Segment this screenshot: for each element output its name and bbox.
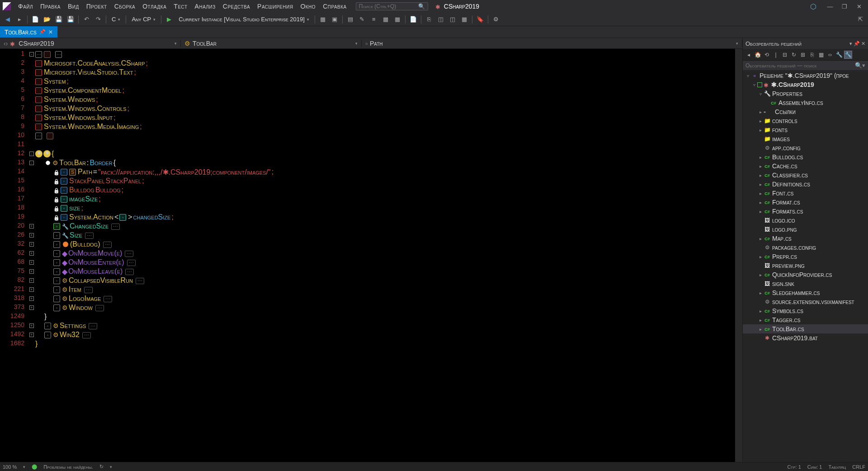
tree-arrow-icon[interactable]: ▸ xyxy=(757,309,764,314)
status-crlf[interactable]: CRLF xyxy=(852,464,865,470)
menu-Проект[interactable]: Проект xyxy=(83,1,111,11)
tree-arrow-icon[interactable]: ▸ xyxy=(757,128,764,133)
tree-item[interactable]: logo.png xyxy=(743,225,868,234)
panel-close-icon[interactable]: ✕ xyxy=(861,41,865,47)
fold-toggle[interactable]: + xyxy=(29,224,34,228)
error-indicator[interactable]: ⬤ xyxy=(32,464,37,470)
tree-item[interactable]: ▸ToolBar.cs xyxy=(743,324,868,333)
tb-icon-12[interactable]: ▦ xyxy=(459,14,469,24)
sp-show-icon[interactable]: ⊞ xyxy=(799,51,807,59)
menu-Анализ[interactable]: Анализ xyxy=(191,1,219,11)
fold-toggle[interactable]: + xyxy=(29,296,34,301)
tree-item[interactable]: preview.png xyxy=(743,261,868,270)
tree-arrow-icon[interactable]: ▸ xyxy=(757,182,764,187)
tree-item[interactable]: ▸Tagger.cs xyxy=(743,315,868,324)
tree-arrow-icon[interactable]: ▸ xyxy=(757,209,764,214)
tb-icon-2[interactable]: ▣ xyxy=(330,14,340,24)
search-input[interactable] xyxy=(359,3,418,10)
tree-item[interactable]: ▸Prepr.cs xyxy=(743,252,868,261)
open-button[interactable]: 📂 xyxy=(42,14,52,24)
fold-toggle[interactable]: - xyxy=(29,161,34,165)
solution-search-input[interactable] xyxy=(745,62,855,69)
tree-item[interactable]: ▸▪▪Ссылки xyxy=(743,107,868,116)
tb-icon-11[interactable]: ◫ xyxy=(448,14,458,24)
fold-toggle[interactable]: + xyxy=(29,251,34,256)
tree-item[interactable]: sign.snk xyxy=(743,279,868,288)
tree-item[interactable]: ▸Bulldog.cs xyxy=(743,152,868,162)
menu-Правка[interactable]: Правка xyxy=(37,1,64,11)
config-dropdown[interactable]: C xyxy=(109,15,123,24)
back-button[interactable]: ◀ xyxy=(3,14,13,24)
panel-pin-icon[interactable]: 📌 xyxy=(854,41,860,47)
tree-item[interactable]: ▸Symbols.cs xyxy=(743,306,868,315)
tree-arrow-icon[interactable]: ▸ xyxy=(757,200,764,205)
menu-Окно[interactable]: Окно xyxy=(297,1,319,11)
minimize-button[interactable]: — xyxy=(824,1,836,11)
maximize-button[interactable]: ❐ xyxy=(838,1,851,11)
tree-item[interactable]: images xyxy=(743,134,868,143)
status-col[interactable]: Сим: 1 xyxy=(807,464,822,470)
menu-Файл[interactable]: Файл xyxy=(14,1,37,11)
tree-arrow-icon[interactable]: ▸ xyxy=(757,164,764,169)
fold-toggle[interactable]: + xyxy=(29,278,34,283)
file-tab-toolbar[interactable]: ToolBar.cs 📌 ✕ xyxy=(0,26,57,38)
feedback-icon[interactable] xyxy=(810,2,818,10)
fold-toggle[interactable]: + xyxy=(29,260,34,265)
menu-Расширения[interactable]: Расширения xyxy=(254,1,297,11)
breadcrumb-member[interactable]: ▫ Path xyxy=(362,40,742,47)
tree-arrow-icon[interactable]: ▿ xyxy=(757,91,764,96)
fold-toggle[interactable]: - xyxy=(29,52,34,57)
tree-item[interactable]: ▸Formats.cs xyxy=(743,207,868,216)
tree-item[interactable]: ▿Решение "✱.CSharp2019" (прое xyxy=(743,71,868,80)
menu-Тест[interactable]: Тест xyxy=(170,1,191,11)
run-target-dropdown[interactable]: Current Instance [Visual Studio Enterpri… xyxy=(176,15,312,24)
tree-item[interactable]: ▸Font.cs xyxy=(743,189,868,198)
tb-icon-7[interactable]: ▦ xyxy=(392,14,402,24)
zoom-dropdown-icon[interactable]: ▾ xyxy=(23,465,25,469)
fold-toggle[interactable]: + xyxy=(29,233,34,238)
tree-arrow-icon[interactable]: ▸ xyxy=(757,254,764,259)
tb-icon-9[interactable]: ⎘ xyxy=(424,14,434,24)
fold-toggle[interactable]: + xyxy=(29,333,34,337)
tree-arrow-icon[interactable]: ▸ xyxy=(757,327,764,332)
tree-item[interactable]: app.config xyxy=(743,143,868,152)
tree-arrow-icon[interactable]: ▸ xyxy=(757,109,764,114)
fold-toggle[interactable]: + xyxy=(29,242,34,247)
tree-item[interactable]: CSharp2019.bat xyxy=(743,333,868,343)
sp-wrench2-icon[interactable]: 🔧 xyxy=(844,51,852,59)
tree-arrow-icon[interactable]: ▸ xyxy=(757,236,764,241)
tb-icon-13[interactable]: ⚙ xyxy=(491,14,501,24)
tree-arrow-icon[interactable]: ▸ xyxy=(757,290,764,295)
fold-toggle[interactable]: + xyxy=(29,269,34,274)
code-editor[interactable]: 1234567891011121314151617181920263262687… xyxy=(0,49,742,462)
tree-arrow-icon[interactable]: ▿ xyxy=(745,73,751,78)
run-button[interactable]: ▶ xyxy=(164,14,174,24)
tree-project[interactable]: ▿✱.CSharp2019 xyxy=(743,80,868,89)
close-button[interactable]: ✕ xyxy=(853,1,865,11)
tree-item[interactable]: AssemblyInfo.cs xyxy=(743,98,868,107)
tree-item[interactable]: ▸Format.cs xyxy=(743,198,868,207)
status-dropdown[interactable]: ▾ xyxy=(110,465,112,469)
tree-item[interactable]: packages.config xyxy=(743,243,868,252)
tb-icon-10[interactable]: ◫ xyxy=(436,14,446,24)
tree-arrow-icon[interactable]: ▸ xyxy=(757,155,764,160)
sp-wrench-icon[interactable]: 🔧 xyxy=(835,51,843,59)
tree-arrow-icon[interactable]: ▸ xyxy=(757,191,764,196)
tree-item[interactable]: ▸Map.cs xyxy=(743,234,868,243)
tree-arrow-icon[interactable]: ▸ xyxy=(757,173,764,178)
panel-dropdown-icon[interactable]: ▾ xyxy=(849,41,852,47)
tb-icon-5[interactable]: ≡ xyxy=(369,14,379,24)
save-button[interactable]: 💾 xyxy=(54,14,64,24)
fold-toggle[interactable]: + xyxy=(29,287,34,292)
status-line[interactable]: Стр: 1 xyxy=(787,464,801,470)
menu-Сборка[interactable]: Сборка xyxy=(111,1,139,11)
global-search[interactable]: 🔍 xyxy=(356,2,428,10)
sp-back-icon[interactable]: ◂ xyxy=(745,51,753,59)
tree-arrow-icon[interactable]: ▸ xyxy=(757,272,764,277)
sp-copy-icon[interactable]: ⎘ xyxy=(808,51,816,59)
tree-item[interactable]: ▸QuickInfoProvider.cs xyxy=(743,270,868,279)
menu-Справка[interactable]: Справка xyxy=(319,1,350,11)
menu-Средства[interactable]: Средства xyxy=(219,1,254,11)
tree-item[interactable]: logo.ico xyxy=(743,216,868,225)
tree-item[interactable]: ▿Properties xyxy=(743,89,868,98)
